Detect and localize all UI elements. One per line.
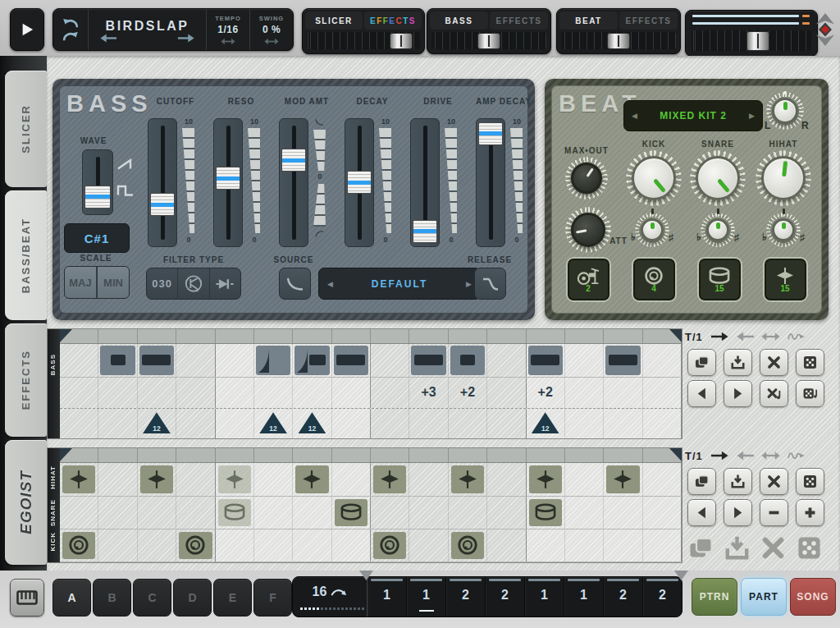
part-cell-3[interactable]: 2 <box>446 577 486 617</box>
next-button[interactable] <box>724 380 752 407</box>
filter-type-value[interactable]: 030 <box>147 268 177 299</box>
part-button[interactable]: PART <box>741 578 787 616</box>
bass-preset-selector[interactable]: ◀ DEFAULT ▶ <box>318 268 481 300</box>
snaredrum-pad[interactable]: 15 <box>699 259 741 300</box>
hihat-ghost-step[interactable] <box>218 465 251 493</box>
step-cell[interactable] <box>60 344 98 377</box>
slicer-tab[interactable]: SLICER <box>305 11 363 30</box>
bass-note[interactable] <box>411 346 445 375</box>
step-cell[interactable] <box>449 409 487 438</box>
timeline-cell[interactable] <box>293 448 331 462</box>
step-cell[interactable] <box>449 463 487 496</box>
step-cell[interactable] <box>643 529 682 562</box>
dice-button-disabled[interactable] <box>796 534 823 562</box>
step-cell[interactable] <box>565 409 604 438</box>
step-cell[interactable] <box>527 497 565 529</box>
step-cell[interactable] <box>176 344 215 377</box>
step-cell[interactable] <box>254 529 293 562</box>
step-cell[interactable] <box>254 497 293 529</box>
step-cell[interactable] <box>565 378 604 409</box>
step-cell[interactable] <box>216 409 254 438</box>
hihat-step[interactable] <box>606 465 639 493</box>
step-cell[interactable] <box>216 463 254 496</box>
step-cell[interactable] <box>254 378 293 409</box>
part-cell-5[interactable]: 1 <box>525 577 564 617</box>
bass-note[interactable] <box>334 346 368 375</box>
step-cell[interactable] <box>409 529 448 562</box>
step-cell[interactable] <box>216 497 254 529</box>
step-cell[interactable] <box>176 497 215 529</box>
part-cell-6[interactable]: 1 <box>564 577 604 617</box>
minus-button[interactable] <box>760 499 788 526</box>
cymbal-pad[interactable]: 15 <box>765 259 806 300</box>
ptrn-button[interactable]: PTRN <box>692 578 737 616</box>
wave-slider-handle[interactable] <box>84 186 111 209</box>
arrow-lr-icon[interactable] <box>761 332 780 342</box>
arrow-left-icon[interactable] <box>736 451 755 461</box>
timeline-cell[interactable] <box>604 448 642 462</box>
timeline-cell[interactable] <box>98 329 137 343</box>
step-cell[interactable] <box>604 378 642 409</box>
release-envelope-button[interactable] <box>474 268 506 300</box>
transistor-icon[interactable] <box>177 268 208 299</box>
velocity-marker[interactable]: 12 <box>259 412 287 433</box>
drumkit-pad[interactable]: 2 <box>568 259 609 300</box>
step-cell[interactable]: +2 <box>527 378 565 409</box>
step-cell[interactable] <box>98 378 137 409</box>
timeline-cell[interactable] <box>565 329 604 343</box>
step-cell[interactable] <box>98 409 137 438</box>
snare-ghost-step[interactable] <box>218 499 251 526</box>
timeline-cell[interactable] <box>176 448 215 462</box>
slider-handle[interactable] <box>347 171 372 194</box>
clear-note-button[interactable] <box>760 380 788 407</box>
timeline-cell[interactable] <box>409 448 448 462</box>
slider-handle[interactable] <box>216 167 240 190</box>
mini-slider-handle[interactable] <box>746 31 769 51</box>
part-cell-2[interactable]: 1 <box>407 577 446 617</box>
preset-prev-arrow-icon[interactable]: ◀ <box>327 280 333 288</box>
beat-mix-slider[interactable] <box>561 32 676 49</box>
master-volume-slider[interactable] <box>692 30 811 51</box>
step-cell[interactable] <box>565 497 604 529</box>
snare-step[interactable] <box>335 499 368 526</box>
hihat-step[interactable] <box>373 465 406 493</box>
bass-effects-tab[interactable]: EFFECTS <box>490 11 548 30</box>
redo-icon[interactable] <box>62 31 80 42</box>
timeline-cell[interactable] <box>176 329 215 343</box>
bass-note[interactable] <box>100 346 135 375</box>
step-cell[interactable] <box>332 409 371 438</box>
wave-slider[interactable] <box>82 149 113 215</box>
velocity-marker[interactable]: 12 <box>532 412 559 433</box>
kick-step[interactable] <box>62 532 95 559</box>
arrow-right-icon[interactable] <box>710 332 729 342</box>
pattern-length-cell[interactable]: 16 <box>293 577 368 617</box>
sidebar-tab-slicer[interactable]: SLICER <box>5 71 47 187</box>
egoist-logo-tab[interactable]: EGOIST <box>5 440 47 565</box>
step-cell[interactable] <box>60 497 98 529</box>
scale-min-button[interactable]: MIN <box>97 267 129 298</box>
bass-note[interactable] <box>528 346 563 375</box>
clear-button-disabled[interactable] <box>760 534 787 562</box>
bank-key-f[interactable]: F <box>253 579 292 617</box>
kick-step[interactable] <box>451 532 484 559</box>
bass-note[interactable] <box>605 346 640 375</box>
step-cell[interactable] <box>138 497 176 529</box>
source-envelope-button[interactable] <box>279 268 311 300</box>
dice-note-button[interactable] <box>796 380 824 407</box>
step-cell[interactable] <box>565 344 604 377</box>
dice-button[interactable] <box>796 468 824 495</box>
bank-key-d[interactable]: D <box>173 579 212 617</box>
step-cell[interactable] <box>60 463 98 496</box>
step-cell[interactable] <box>332 463 371 496</box>
plus-button[interactable] <box>796 499 824 526</box>
step-cell[interactable] <box>293 497 331 529</box>
step-cell[interactable] <box>60 529 98 562</box>
step-cell[interactable] <box>527 344 565 377</box>
diode-icon[interactable] <box>209 268 240 299</box>
hihat-step[interactable] <box>295 465 328 493</box>
hihat-step[interactable] <box>451 465 484 493</box>
bank-key-b[interactable]: B <box>93 579 131 617</box>
song-button[interactable]: SONG <box>790 578 836 616</box>
step-cell[interactable] <box>487 344 526 377</box>
bank-key-a[interactable]: A <box>52 579 91 617</box>
